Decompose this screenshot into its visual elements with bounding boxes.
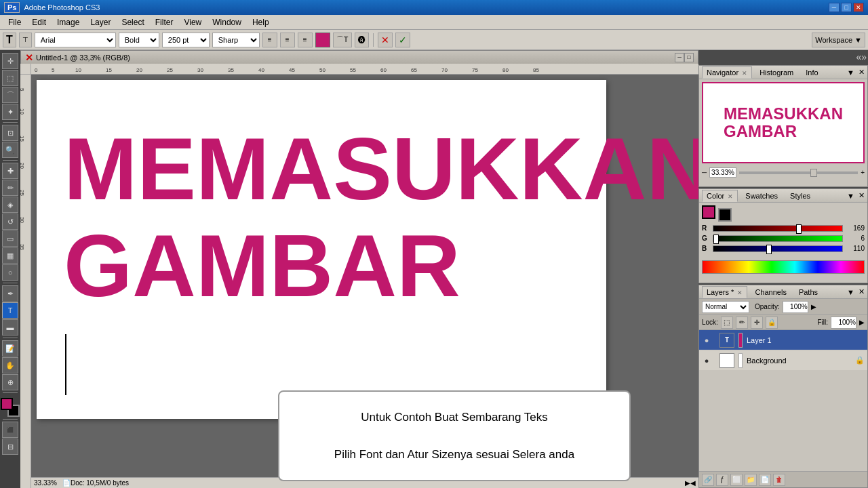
- close-button[interactable]: ✕: [853, 3, 864, 12]
- lock-all-button[interactable]: 🔒: [766, 317, 778, 329]
- blend-mode-select[interactable]: Normal: [702, 301, 749, 313]
- new-layer-button[interactable]: 📄: [759, 474, 771, 486]
- menu-select[interactable]: Select: [116, 16, 149, 28]
- zoom-value[interactable]: 33.33%: [709, 167, 736, 178]
- history-brush-tool[interactable]: ↺: [2, 214, 18, 230]
- clone-stamp-tool[interactable]: ◈: [2, 197, 18, 213]
- magic-wand-tool[interactable]: ✦: [2, 104, 18, 120]
- commit-button[interactable]: ✓: [395, 33, 410, 47]
- opacity-input[interactable]: [783, 301, 808, 313]
- fill-input[interactable]: [831, 317, 856, 329]
- background-visibility-icon[interactable]: ●: [702, 356, 711, 365]
- collapse-all-icon[interactable]: «: [856, 52, 861, 62]
- nav-panel-close-icon[interactable]: ✕: [859, 68, 865, 77]
- r-slider[interactable]: [713, 225, 843, 232]
- delete-layer-button[interactable]: 🗑: [773, 474, 785, 486]
- workspace-button[interactable]: Workspace ▼: [812, 33, 865, 47]
- text-tool[interactable]: T: [2, 302, 18, 319]
- crop-tool[interactable]: ⊡: [2, 125, 18, 141]
- add-style-button[interactable]: ƒ: [716, 474, 728, 486]
- background-color-chip[interactable]: [718, 208, 732, 222]
- layers-panel-menu-icon[interactable]: ▼: [847, 288, 854, 296]
- font-size-select[interactable]: 250 pt: [162, 33, 210, 47]
- zoom-slider-thumb[interactable]: [810, 169, 817, 177]
- quick-mask-button[interactable]: ⬛: [2, 422, 18, 438]
- doc-close-icon[interactable]: ✕: [25, 52, 33, 63]
- lock-position-button[interactable]: ✛: [751, 317, 763, 329]
- tab-navigator[interactable]: Navigator ✕: [702, 66, 752, 79]
- b-slider-thumb[interactable]: [766, 245, 772, 254]
- menu-view[interactable]: View: [178, 16, 207, 28]
- g-slider[interactable]: [713, 235, 843, 242]
- doc-maximize-button[interactable]: □: [684, 53, 694, 62]
- expand-all-icon[interactable]: »: [861, 52, 867, 62]
- zoom-out-icon[interactable]: ─: [702, 169, 707, 176]
- dodge-tool[interactable]: ○: [2, 264, 18, 281]
- notes-tool[interactable]: 📝: [2, 340, 18, 357]
- canvas-text[interactable]: MEMASUKKAN GAMBAR: [64, 121, 698, 314]
- opacity-arrow[interactable]: ▶: [811, 303, 816, 310]
- tab-info[interactable]: Info: [801, 66, 823, 79]
- zoom-in-icon[interactable]: +: [861, 169, 865, 176]
- tab-histogram[interactable]: Histogram: [755, 66, 798, 79]
- minimize-button[interactable]: ─: [829, 3, 840, 12]
- text-warp-button[interactable]: ⊤: [19, 33, 32, 47]
- menu-image[interactable]: Image: [52, 16, 85, 28]
- foreground-color[interactable]: [1, 398, 13, 410]
- font-family-select[interactable]: Arial: [35, 33, 116, 47]
- character-panel-button[interactable]: 🅐: [355, 33, 369, 47]
- layer-row-layer1[interactable]: ● T Layer 1: [699, 330, 867, 350]
- link-layers-button[interactable]: 🔗: [702, 474, 714, 486]
- g-slider-thumb[interactable]: [713, 235, 719, 244]
- eraser-tool[interactable]: ▭: [2, 230, 18, 247]
- new-group-button[interactable]: 📁: [745, 474, 757, 486]
- menu-edit[interactable]: Edit: [26, 16, 52, 28]
- zoom-slider[interactable]: [739, 171, 858, 174]
- brush-tool[interactable]: ✏: [2, 180, 18, 196]
- menu-filter[interactable]: Filter: [150, 16, 179, 28]
- screen-mode-button[interactable]: ⊟: [2, 439, 18, 455]
- menu-file[interactable]: File: [3, 16, 26, 28]
- spot-heal-tool[interactable]: ✚: [2, 163, 18, 179]
- layers-panel-close-icon[interactable]: ✕: [859, 287, 865, 296]
- lock-transparent-button[interactable]: ⬚: [721, 317, 733, 329]
- cancel-button[interactable]: ✕: [378, 33, 393, 47]
- tab-layers[interactable]: Layers * ✕: [702, 286, 747, 298]
- eyedropper-tool[interactable]: 🔍: [2, 142, 18, 158]
- menu-layer[interactable]: Layer: [85, 16, 116, 28]
- gradient-tool[interactable]: ▦: [2, 247, 18, 264]
- tab-color[interactable]: Color ✕: [702, 190, 738, 202]
- lasso-tool[interactable]: ⌒: [2, 87, 18, 103]
- color-panel-menu-icon[interactable]: ▼: [847, 192, 854, 200]
- add-mask-button[interactable]: ⬜: [730, 474, 743, 486]
- color-panel-close-icon[interactable]: ✕: [859, 191, 865, 200]
- maximize-button[interactable]: □: [841, 3, 852, 12]
- tab-channels[interactable]: Channels: [750, 286, 791, 298]
- status-arrow[interactable]: ▶: [685, 479, 690, 487]
- tab-styles[interactable]: Styles: [785, 190, 815, 202]
- layer1-visibility-icon[interactable]: ●: [702, 336, 711, 345]
- menu-help[interactable]: Help: [247, 16, 275, 28]
- tab-paths[interactable]: Paths: [794, 286, 823, 298]
- warp-text-button[interactable]: ⌒T: [333, 33, 352, 47]
- menu-window[interactable]: Window: [207, 16, 247, 28]
- nav-panel-menu-icon[interactable]: ▼: [847, 68, 854, 77]
- align-left-button[interactable]: ≡: [262, 33, 277, 47]
- zoom-tool[interactable]: ⊕: [2, 374, 18, 390]
- align-center-button[interactable]: ≡: [280, 33, 295, 47]
- status-back-arrow[interactable]: ◀: [690, 479, 696, 487]
- hand-tool[interactable]: ✋: [2, 357, 18, 373]
- tab-swatches[interactable]: Swatches: [741, 190, 783, 202]
- shape-tool[interactable]: ▬: [2, 319, 18, 336]
- color-spectrum[interactable]: [702, 260, 865, 274]
- lock-pixels-button[interactable]: ✏: [736, 317, 748, 329]
- fill-arrow[interactable]: ▶: [859, 319, 865, 326]
- pen-tool[interactable]: ✒: [2, 285, 18, 302]
- r-slider-thumb[interactable]: [796, 224, 802, 234]
- marquee-tool[interactable]: ⬚: [2, 70, 18, 86]
- foreground-color-chip[interactable]: [702, 205, 715, 219]
- b-slider[interactable]: [713, 245, 843, 252]
- antialiasing-select[interactable]: Sharp: [212, 33, 260, 47]
- layer-row-background[interactable]: ● Background 🔒: [699, 350, 867, 371]
- align-right-button[interactable]: ≡: [298, 33, 313, 47]
